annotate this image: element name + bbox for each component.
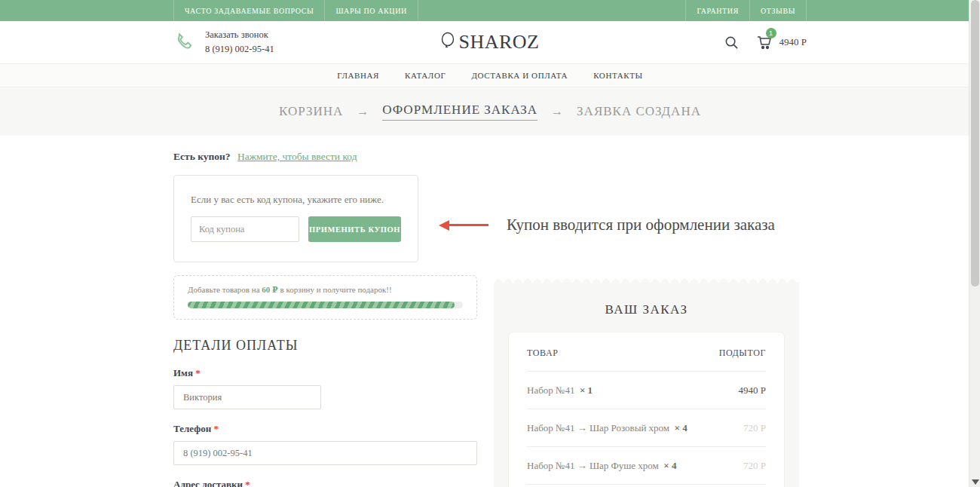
scrollbar-down-arrow-icon[interactable] bbox=[972, 479, 979, 485]
annotation-text: Купон вводится при оформлении заказа bbox=[507, 216, 775, 234]
order-summary: ВАШ ЗАКАЗ ТОВАР ПОДЫТОГ Набор №41 × 1494… bbox=[494, 275, 799, 487]
coupon-toggle-link[interactable]: Нажмите, чтобы ввести код bbox=[237, 151, 357, 162]
topbar-left-links: ЧАСТО ЗАДАВАЕМЫЕ ВОПРОСЫШАРЫ ПО АКЦИИ bbox=[173, 0, 418, 21]
gift-text-after: в корзину и получите подарок!! bbox=[278, 285, 392, 294]
red-arrow-left-icon bbox=[439, 220, 488, 231]
required-asterisk: * bbox=[213, 423, 219, 434]
nav-item[interactable]: ДОСТАВКА И ОПЛАТА bbox=[471, 71, 568, 80]
apply-coupon-button[interactable]: ПРИМЕНИТЬ КУПОН bbox=[308, 216, 401, 242]
header-phone-number[interactable]: 8 (919) 002-95-41 bbox=[205, 42, 274, 57]
main-content: Есть купон? Нажмите, чтобы ввести код Ес… bbox=[173, 136, 807, 487]
order-item-qty: × 4 bbox=[663, 460, 676, 471]
topbar-right-links: ГАРАНТИЯОТЗЫВЫ bbox=[685, 0, 807, 21]
order-row: Набор №41 → Шар Фуше хром × 4720 Р bbox=[527, 447, 766, 485]
order-card: ТОВАР ПОДЫТОГ Набор №41 × 14940 РНабор №… bbox=[509, 332, 784, 487]
order-rows: Набор №41 × 14940 РНабор №41 → Шар Розов… bbox=[527, 372, 766, 487]
required-asterisk: * bbox=[195, 367, 201, 378]
order-row: Набор №41 → Шар Розовый хром × 4720 Р bbox=[527, 409, 766, 447]
checkout-breadcrumb: КОРЗИНА→ОФОРМЛЕНИЕ ЗАКАЗА→ЗАЯВКА СОЗДАНА bbox=[0, 87, 980, 136]
order-item-name: Набор №41 → Шар Фуше хром × 4 bbox=[527, 458, 704, 473]
billing-details-title: ДЕТАЛИ ОПЛАТЫ bbox=[173, 338, 477, 354]
coupon-question: Есть купон? bbox=[173, 151, 231, 162]
topbar-link[interactable]: ШАРЫ ПО АКЦИИ bbox=[325, 0, 418, 21]
field-label: Телефон * bbox=[173, 423, 477, 435]
order-title: ВАШ ЗАКАЗ bbox=[509, 302, 784, 317]
main-nav: ГЛАВНАЯКАТАЛОГДОСТАВКА И ОПЛАТАКОНТАКТЫ bbox=[0, 63, 980, 87]
coupon-form: Если у вас есть код купона, укажите его … bbox=[173, 175, 418, 262]
order-item-name: Набор №41 → Шар Розовый хром × 4 bbox=[527, 421, 704, 436]
breadcrumb-arrow-icon: → bbox=[551, 105, 563, 118]
order-row: Набор №41 × 14940 Р bbox=[527, 372, 766, 409]
coupon-annotation: Купон вводится при оформлении заказа bbox=[439, 216, 775, 234]
breadcrumb-step[interactable]: ОФОРМЛЕНИЕ ЗАКАЗА bbox=[382, 103, 537, 121]
cart-total: 4940 Р bbox=[779, 36, 807, 48]
form-field: Имя * bbox=[173, 367, 477, 409]
gift-progress-banner: Добавьте товаров на 60 ₽ в корзину и пол… bbox=[173, 275, 477, 320]
order-item-qty: × 1 bbox=[580, 384, 593, 396]
coupon-code-input[interactable] bbox=[191, 216, 299, 242]
receipt-scallop-edge bbox=[494, 275, 799, 283]
gift-progress-fill bbox=[188, 302, 455, 308]
nav-item[interactable]: КОНТАКТЫ bbox=[593, 71, 643, 80]
callback-label[interactable]: Заказать звонок bbox=[205, 28, 274, 42]
field-label: Имя * bbox=[173, 367, 477, 379]
form-field: Адрес доставки * bbox=[173, 479, 477, 487]
order-item-title: Набор №41 bbox=[527, 384, 580, 396]
order-item-title: Набор №41 → Шар Розовый хром bbox=[527, 422, 675, 433]
callback-block[interactable]: Заказать звонок 8 (919) 002-95-41 bbox=[173, 28, 384, 57]
logo[interactable]: SHAROZ bbox=[384, 31, 596, 54]
cart-button[interactable]: 1 4940 Р bbox=[755, 34, 807, 51]
order-col-subtotal: ПОДЫТОГ bbox=[719, 348, 766, 359]
order-col-product: ТОВАР bbox=[527, 348, 558, 359]
nav-item[interactable]: ГЛАВНАЯ bbox=[337, 71, 379, 80]
order-item-title: Набор №41 → Шар Фуше хром bbox=[527, 460, 663, 471]
balloon-logo-icon bbox=[440, 32, 457, 53]
order-item-price: 720 Р bbox=[743, 458, 766, 473]
site-header: Заказать звонок 8 (919) 002-95-41 SHAROZ bbox=[0, 21, 980, 63]
field-input[interactable] bbox=[173, 441, 477, 465]
field-label-text: Телефон bbox=[173, 423, 213, 434]
order-item-price: 720 Р bbox=[743, 421, 766, 436]
cart-count-badge: 1 bbox=[766, 28, 776, 38]
breadcrumb-arrow-icon: → bbox=[357, 105, 369, 118]
coupon-hint: Если у вас есть код купона, укажите его … bbox=[191, 194, 401, 206]
top-utility-bar: ЧАСТО ЗАДАВАЕМЫЕ ВОПРОСЫШАРЫ ПО АКЦИИ ГА… bbox=[0, 0, 980, 21]
search-icon[interactable] bbox=[724, 35, 739, 50]
vertical-scrollbar[interactable] bbox=[969, 0, 980, 487]
order-item-name: Набор №41 × 1 bbox=[527, 383, 704, 398]
topbar-link[interactable]: ЧАСТО ЗАДАВАЕМЫЕ ВОПРОСЫ bbox=[173, 0, 325, 21]
field-input[interactable] bbox=[173, 385, 321, 409]
breadcrumb-step[interactable]: КОРЗИНА bbox=[279, 104, 343, 119]
breadcrumb-step[interactable]: ЗАЯВКА СОЗДАНА bbox=[577, 104, 701, 119]
order-item-price: 4940 Р bbox=[739, 383, 766, 398]
scrollbar-thumb[interactable] bbox=[971, 0, 979, 286]
gift-amount: 60 ₽ bbox=[262, 285, 277, 294]
field-label: Адрес доставки * bbox=[173, 479, 477, 487]
order-item-qty: × 4 bbox=[675, 422, 688, 433]
form-field: Телефон * bbox=[173, 423, 477, 465]
gift-progress-track bbox=[188, 302, 463, 308]
gift-text-before: Добавьте товаров на bbox=[188, 285, 262, 294]
billing-form: Имя *Телефон *Адрес доставки * bbox=[173, 367, 477, 487]
topbar-link[interactable]: ОТЗЫВЫ bbox=[750, 0, 807, 21]
required-asterisk: * bbox=[245, 479, 250, 487]
field-label-text: Адрес доставки bbox=[173, 479, 245, 487]
topbar-link[interactable]: ГАРАНТИЯ bbox=[685, 0, 749, 21]
logo-text: SHAROZ bbox=[458, 31, 539, 54]
nav-item[interactable]: КАТАЛОГ bbox=[405, 71, 446, 80]
field-label-text: Имя bbox=[173, 367, 195, 378]
phone-icon bbox=[173, 31, 196, 54]
